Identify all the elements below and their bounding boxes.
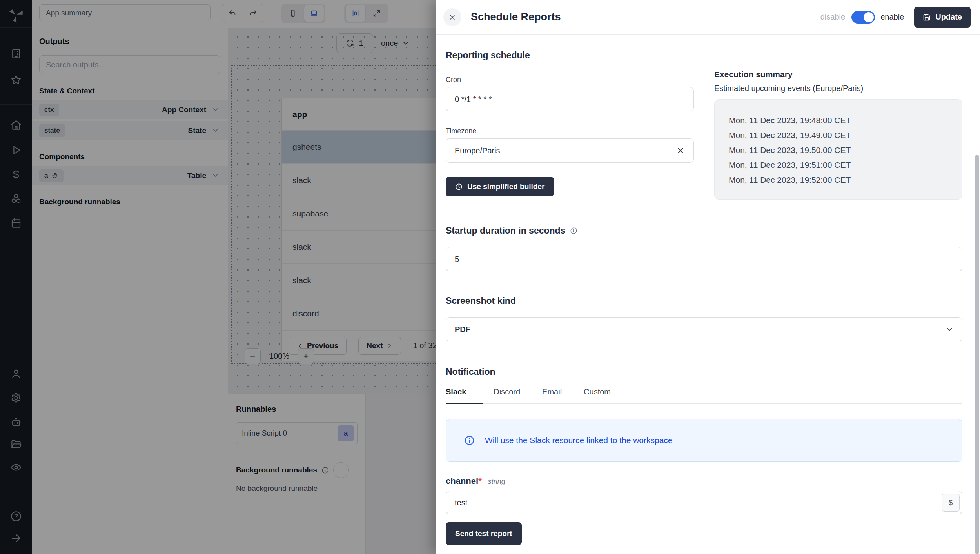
tab-discord[interactable]: Discord (483, 383, 531, 404)
timezone-input[interactable] (446, 138, 694, 163)
tab-slack[interactable]: Slack (446, 383, 483, 404)
info-icon (464, 435, 475, 446)
startup-duration-label: Startup duration in seconds (446, 225, 565, 236)
enable-label: enable (880, 13, 904, 22)
tab-custom[interactable]: Custom (573, 383, 622, 404)
event-item: Mon, 11 Dec 2023, 19:52:00 CET (729, 173, 950, 187)
chevron-down-icon (945, 325, 954, 335)
event-item: Mon, 11 Dec 2023, 19:48:00 CET (729, 113, 950, 128)
update-button[interactable]: Update (914, 7, 971, 28)
drawer-body: Reporting schedule Cron Timezone Use sim… (436, 35, 980, 545)
insert-variable-dollar-button[interactable]: $ (942, 494, 960, 512)
cron-input[interactable] (446, 87, 694, 111)
schedule-reports-drawer: Schedule Reports disable enable Update R… (436, 0, 980, 554)
channel-label: channel (446, 476, 478, 486)
tab-email[interactable]: Email (531, 383, 573, 404)
cron-label: Cron (446, 76, 694, 84)
page-scrollbar-thumb[interactable] (975, 155, 979, 554)
enable-toggle[interactable] (851, 11, 875, 24)
reporting-schedule-heading: Reporting schedule (446, 50, 694, 61)
startup-duration-header: Startup duration in seconds (446, 225, 962, 236)
screenshot-kind-select[interactable] (446, 317, 962, 341)
drawer-header: Schedule Reports disable enable Update (436, 0, 980, 35)
notification-heading: Notification (446, 367, 962, 377)
use-simplified-builder-button[interactable]: Use simplified builder (446, 177, 554, 196)
drawer-header-actions: disable enable Update (820, 7, 971, 28)
execution-summary-heading: Execution summary (714, 70, 962, 79)
channel-type: string (488, 478, 505, 486)
drawer-title: Schedule Reports (471, 11, 561, 23)
clear-timezone-icon[interactable] (675, 145, 686, 156)
timezone-label: Timezone (446, 127, 694, 135)
event-item: Mon, 11 Dec 2023, 19:51:00 CET (729, 158, 950, 173)
send-test-report-button[interactable]: Send test report (446, 522, 522, 545)
event-item: Mon, 11 Dec 2023, 19:49:00 CET (729, 128, 950, 143)
close-icon[interactable] (443, 8, 461, 26)
disable-label: disable (820, 13, 845, 22)
startup-duration-input[interactable] (446, 247, 962, 271)
info-icon (570, 227, 577, 234)
event-item: Mon, 11 Dec 2023, 19:50:00 CET (729, 143, 950, 158)
slack-info-text: Will use the Slack resource linked to th… (485, 436, 673, 445)
slack-info-banner: Will use the Slack resource linked to th… (446, 419, 962, 462)
required-asterisk: * (478, 476, 482, 486)
screen: Outputs State & Context ctx App Context … (0, 0, 980, 554)
clock-icon (455, 183, 463, 191)
save-icon (923, 13, 931, 21)
toggle-knob (864, 12, 874, 22)
notification-tabs: Slack Discord Email Custom (446, 383, 962, 404)
screenshot-kind-heading: Screenshot kind (446, 296, 962, 306)
execution-summary-subheading: Estimated upcoming events (Europe/Paris) (714, 84, 962, 93)
upcoming-events-box: Mon, 11 Dec 2023, 19:48:00 CET Mon, 11 D… (714, 99, 962, 200)
channel-input[interactable] (446, 491, 962, 514)
channel-field-header: channel* string (446, 476, 962, 486)
